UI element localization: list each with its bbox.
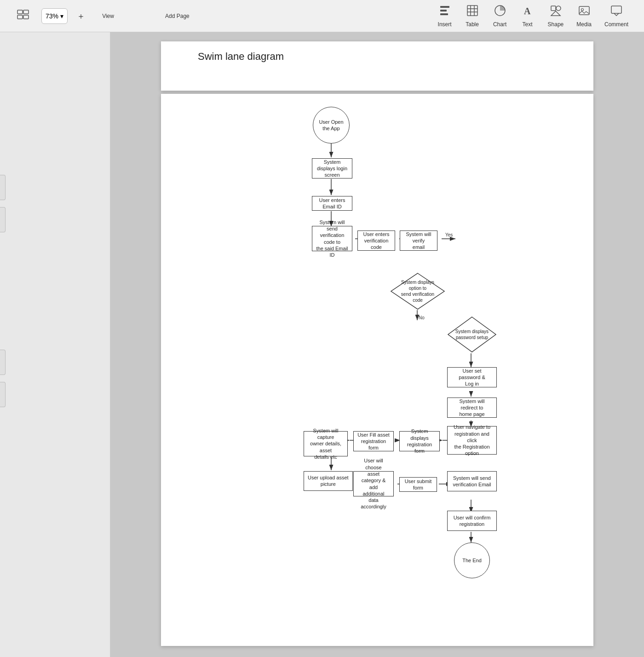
- canvas-area: Swim lane diagram: [110, 32, 644, 657]
- node-displayoption-label: System displays option tosend verificati…: [396, 279, 440, 303]
- node-uploadasset: User upload assetpicture: [304, 471, 353, 491]
- node-redirect: System will redirect tohome page: [447, 398, 497, 418]
- node-entercode-label: User entersverification code: [362, 231, 391, 251]
- addpage-label-button[interactable]: Add Page: [159, 9, 196, 23]
- node-passwordsetup: System displayspassword setup: [447, 316, 497, 353]
- page-thumbnails-icon: [17, 8, 29, 24]
- text-button[interactable]: A Text: [514, 1, 541, 31]
- node-captureasset: System will captureowner details, assetd…: [304, 431, 348, 456]
- node-entercode: User entersverification code: [357, 231, 395, 251]
- chart-button[interactable]: Chart: [486, 1, 514, 31]
- svg-marker-16: [551, 11, 560, 16]
- node-uploadasset-label: User upload assetpicture: [308, 474, 349, 488]
- toolbar: 73% ▾ ＋ View Add Page Insert Table: [0, 0, 644, 32]
- node-submitform-label: User submit form: [403, 478, 433, 491]
- node-end: The End: [454, 542, 490, 578]
- svg-text:No: No: [419, 315, 425, 320]
- toolbar-left: 73% ▾ ＋ View Add Page: [9, 5, 196, 28]
- page-2: Yes No: [161, 94, 593, 646]
- shape-label: Shape: [548, 21, 564, 28]
- svg-rect-1: [17, 15, 23, 19]
- node-confirmreg-label: User will confirmregistration: [454, 514, 491, 528]
- node-sendemail: System will sendverification code tothe …: [312, 226, 352, 251]
- comment-icon: [610, 5, 622, 19]
- zoom-control[interactable]: 73% ▾: [41, 8, 68, 24]
- node-submitform: User submit form: [399, 477, 437, 492]
- flowchart-container: Yes No: [161, 94, 593, 637]
- main-layout: Swim lane diagram: [0, 32, 644, 657]
- media-button[interactable]: Media: [570, 1, 598, 31]
- node-navigate-label: User navigate toregistration and clickth…: [451, 424, 493, 456]
- left-panel-tab-3[interactable]: [0, 350, 6, 375]
- toolbar-right: Insert Table Chart A Text Shape: [431, 1, 635, 31]
- svg-rect-7: [467, 6, 477, 16]
- svg-rect-6: [440, 13, 448, 15]
- flowchart-arrows: Yes No: [161, 94, 593, 637]
- insert-label: Insert: [438, 21, 452, 28]
- svg-rect-3: [23, 15, 29, 19]
- node-captureasset-label: System will captureowner details, assetd…: [308, 427, 344, 460]
- table-label: Table: [466, 21, 479, 28]
- node-end-label: The End: [462, 557, 482, 564]
- node-choosecategory-label: User will chooseasset category & addaddi…: [357, 457, 390, 510]
- left-sidebar: [0, 32, 110, 657]
- node-verifyemail-label: System will verifyemail: [404, 231, 433, 251]
- left-panel-tab-2[interactable]: [0, 207, 6, 232]
- svg-rect-2: [23, 10, 29, 14]
- node-fillreg: User Fill assetregistration form: [353, 431, 394, 451]
- view-label: View: [102, 13, 114, 19]
- add-page-button[interactable]: ＋: [72, 8, 90, 24]
- svg-point-15: [556, 6, 561, 11]
- svg-rect-19: [611, 6, 621, 13]
- node-displayoption: System displays option tosend verificati…: [390, 272, 445, 310]
- node-displayreg: System displaysregistration form: [399, 431, 440, 451]
- insert-button[interactable]: Insert: [431, 1, 459, 31]
- table-icon: [466, 5, 478, 19]
- svg-rect-0: [17, 10, 23, 14]
- shape-icon: [550, 5, 562, 19]
- node-choosecategory: User will chooseasset category & addaddi…: [353, 471, 394, 496]
- text-icon: A: [522, 5, 534, 19]
- node-setpassword-label: User set password &Log in: [451, 368, 493, 387]
- node-passwordsetup-label: System displayspassword setup: [452, 328, 492, 340]
- node-login-label: System displays loginscreen: [316, 159, 348, 179]
- node-setpassword: User set password &Log in: [447, 367, 497, 387]
- node-navigate: User navigate toregistration and clickth…: [447, 426, 497, 455]
- svg-text:A: A: [524, 6, 531, 16]
- node-redirect-label: System will redirect tohome page: [451, 398, 493, 418]
- view-button[interactable]: View: [94, 9, 122, 23]
- media-icon: [578, 5, 590, 19]
- page-title[interactable]: Swim lane diagram: [198, 51, 284, 63]
- insert-icon: [439, 5, 451, 19]
- chart-icon: [494, 5, 506, 19]
- add-page-icon: ＋: [77, 11, 85, 22]
- page-thumbnails-button[interactable]: [9, 5, 37, 28]
- addpage-label: Add Page: [165, 13, 190, 19]
- comment-button[interactable]: Comment: [598, 1, 635, 31]
- svg-rect-14: [551, 6, 556, 11]
- chart-label: Chart: [493, 21, 506, 28]
- left-panel-tab-1[interactable]: [0, 175, 6, 200]
- node-start-label: User Openthe App: [319, 119, 343, 132]
- node-sendemail2-label: System will sendverification Email: [453, 475, 491, 488]
- node-email: User enters Email ID: [312, 196, 352, 211]
- shape-button[interactable]: Shape: [541, 1, 570, 31]
- zoom-value: 73%: [46, 12, 58, 20]
- left-panel-tab-4[interactable]: [0, 382, 6, 407]
- node-email-label: User enters Email ID: [316, 197, 348, 210]
- media-label: Media: [576, 21, 592, 28]
- svg-rect-4: [440, 6, 449, 8]
- node-sendemail-label: System will sendverification code tothe …: [316, 219, 348, 259]
- node-confirmreg: User will confirmregistration: [447, 511, 497, 531]
- node-login: System displays loginscreen: [312, 158, 352, 179]
- table-button[interactable]: Table: [459, 1, 486, 31]
- node-displayreg-label: System displaysregistration form: [403, 428, 436, 454]
- svg-point-18: [581, 8, 583, 11]
- comment-label: Comment: [604, 21, 628, 28]
- node-fillreg-label: User Fill assetregistration form: [357, 432, 390, 451]
- zoom-button[interactable]: [126, 12, 154, 20]
- node-start: User Openthe App: [313, 107, 350, 144]
- node-verifyemail: System will verifyemail: [400, 231, 437, 251]
- svg-rect-5: [440, 10, 447, 12]
- node-sendemail2: System will sendverification Email: [447, 471, 497, 491]
